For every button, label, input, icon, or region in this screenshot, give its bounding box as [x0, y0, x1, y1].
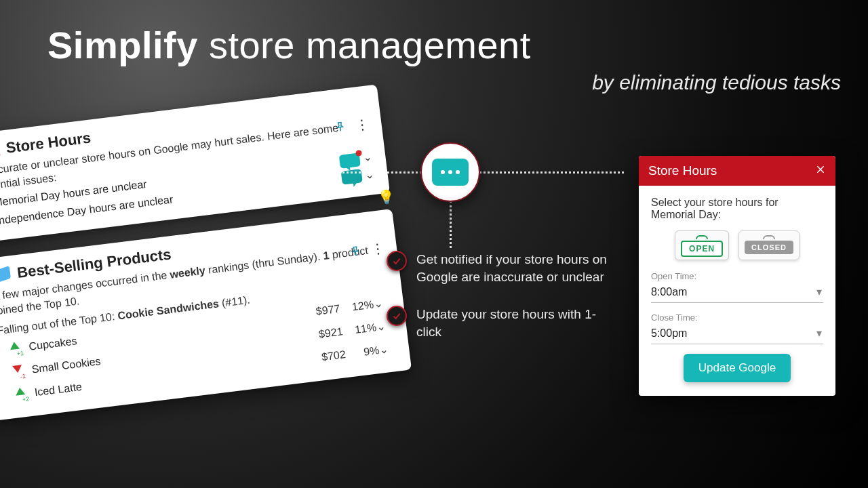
product-pct: 11%: [342, 321, 377, 338]
product-pct: 12%: [339, 298, 374, 314]
headline-rest: store management: [198, 24, 531, 66]
open-time-field: Open Time: 8:00am ▾: [651, 271, 823, 303]
feature-bullet: Get notified if your store hours on Goog…: [387, 251, 610, 285]
caret-down-icon: ▾: [816, 327, 822, 340]
trend-up-icon: [14, 382, 25, 396]
chat-center-icon: [420, 142, 480, 202]
dialog-prompt: Select your store hours for Memorial Day…: [651, 197, 823, 221]
closed-toggle[interactable]: CLOSED: [738, 230, 800, 260]
dialog-titlebar: Store Hours: [639, 156, 835, 186]
product-pct: 9%: [345, 344, 380, 361]
feature-bullets: Get notified if your store hours on Goog…: [387, 251, 610, 341]
close-time-select[interactable]: 5:00pm ▾: [651, 324, 823, 344]
store-hours-dialog: Store Hours Select your store hours for …: [639, 156, 835, 396]
close-time-value: 5:00pm: [651, 327, 687, 340]
chevron-down-icon: ⌄: [365, 168, 375, 182]
open-label: OPEN: [681, 241, 723, 257]
bulb-icon: 💡: [376, 188, 395, 207]
connector-line: [475, 171, 624, 174]
product-price: $702: [298, 348, 347, 366]
best-selling-card: Best-Selling Products ⋮ A few major chan…: [0, 209, 412, 421]
headline: Simplify store management by eliminating…: [47, 23, 841, 94]
more-icon[interactable]: ⋮: [355, 115, 370, 133]
more-icon[interactable]: ⋮: [370, 240, 386, 258]
connector-line: [339, 171, 426, 174]
open-time-label: Open Time:: [651, 271, 823, 281]
headline-bold: Simplify: [47, 24, 198, 66]
tag-icon: [0, 266, 11, 285]
t: (#11).: [218, 294, 251, 310]
update-google-button[interactable]: Update Google: [684, 354, 791, 382]
feature-bullet: Update your store hours with 1-click: [387, 306, 610, 340]
close-time-field: Close Time: 5:00pm ▾: [651, 312, 823, 344]
headline-sub: by eliminating tedious tasks: [47, 71, 841, 94]
connector-line: [450, 201, 452, 248]
bullet-text: Get notified if your store hours on Goog…: [416, 251, 610, 285]
chevron-down-icon: ⌄: [362, 150, 372, 163]
delta: +1: [10, 349, 30, 358]
bullet-text: Update your store hours with 1-click: [416, 306, 610, 340]
product-price: $977: [292, 303, 341, 321]
pin-icon[interactable]: [349, 245, 362, 258]
dialog-title: Store Hours: [648, 163, 717, 178]
card-stack: OPEN Store Hours ⋮ Inaccurate or unclear…: [0, 84, 414, 436]
open-toggle[interactable]: OPEN: [675, 230, 729, 260]
close-time-label: Close Time:: [651, 312, 823, 323]
open-time-select[interactable]: 8:00am ▾: [651, 283, 823, 303]
pin-icon[interactable]: [334, 120, 347, 134]
closed-label: CLOSED: [745, 241, 793, 254]
chevron-down-icon: ⌄: [378, 342, 396, 357]
chat-icon[interactable]: [339, 153, 363, 185]
open-sign-icon: OPEN: [0, 140, 1, 161]
caret-down-icon: ▾: [816, 285, 822, 298]
trend-down-icon: [12, 365, 23, 378]
check-icon: [387, 251, 407, 271]
delta: +2: [16, 394, 36, 403]
t: weekly: [170, 265, 206, 281]
headline-main: Simplify store management: [47, 23, 841, 67]
open-time-value: 8:00am: [651, 286, 687, 298]
close-icon[interactable]: [815, 163, 826, 178]
product-price: $921: [295, 325, 344, 343]
check-icon: [387, 306, 407, 326]
trend-up-icon: [9, 337, 20, 350]
